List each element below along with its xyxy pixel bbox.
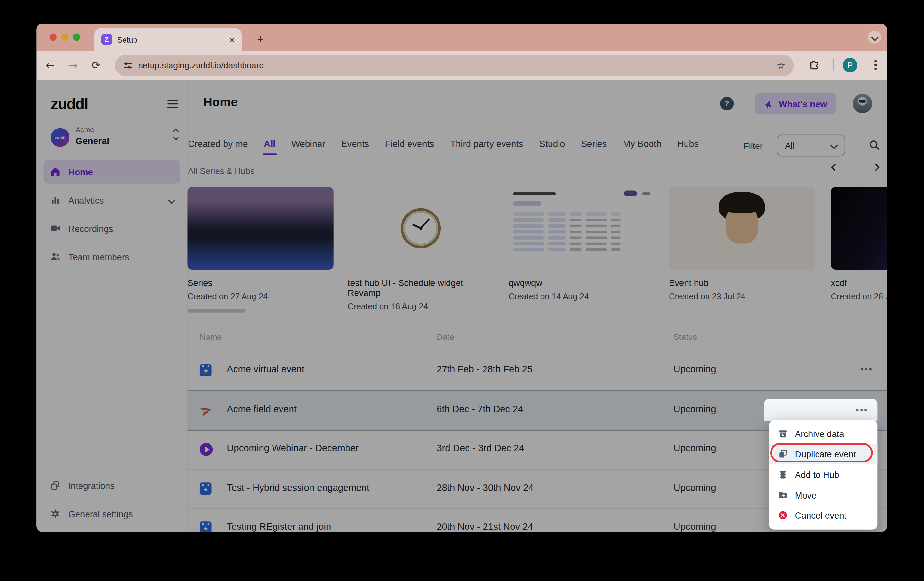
row-context-menu: Archive data Duplicate event Add to Hub … [769, 420, 877, 530]
hub-stack-icon [777, 469, 788, 480]
screenshot-dim-overlay [37, 79, 887, 532]
menu-item-label: Add to Hub [795, 470, 839, 480]
url-text: setup.staging.zuddl.io/dashboard [139, 61, 776, 70]
site-settings-icon[interactable] [123, 61, 132, 70]
screen: Z Setup × + ← → ⟳ setup.sta [0, 0, 924, 581]
move-folder-icon [777, 490, 788, 500]
browser-toolbar: ← → ⟳ setup.staging.zuddl.io/dashboard ☆ [37, 51, 887, 80]
minimize-window-button[interactable] [61, 33, 68, 41]
address-bar[interactable]: setup.staging.zuddl.io/dashboard ☆ [115, 55, 794, 76]
browser-window: Z Setup × + ← → ⟳ setup.sta [37, 23, 887, 532]
archive-icon [777, 428, 788, 439]
close-window-button[interactable] [50, 33, 57, 41]
menu-item-cancel-event[interactable]: Cancel event [769, 505, 877, 526]
annotation-highlight-oval [770, 443, 873, 462]
menu-item-add-to-hub[interactable]: Add to Hub [769, 464, 877, 485]
browser-menu-icon[interactable] [871, 58, 880, 71]
traffic-lights [50, 33, 80, 41]
reload-button[interactable]: ⟳ [87, 51, 105, 80]
chevron-down-icon [871, 33, 878, 41]
zoom-window-button[interactable] [73, 33, 80, 41]
cancel-icon [777, 510, 788, 521]
browser-tab[interactable]: Z Setup × [94, 28, 242, 51]
tab-close-icon[interactable]: × [229, 35, 234, 45]
toolbar-divider [833, 58, 834, 71]
browser-tabstrip: Z Setup × + [37, 23, 887, 51]
tab-favicon: Z [101, 34, 112, 45]
back-button[interactable]: ← [41, 51, 59, 80]
menu-item-archive-data[interactable]: Archive data [769, 424, 877, 444]
row-actions-spotlight [764, 399, 878, 421]
tab-title: Setup [117, 35, 229, 44]
bookmark-star-icon[interactable]: ☆ [777, 60, 785, 71]
browser-profile-avatar[interactable]: P [843, 58, 857, 73]
new-tab-button[interactable]: + [252, 30, 269, 48]
menu-item-label: Cancel event [795, 510, 846, 520]
menu-item-label: Move [795, 490, 817, 500]
tab-search-button[interactable] [868, 31, 881, 43]
menu-item-move[interactable]: Move [769, 485, 877, 505]
extensions-icon[interactable] [808, 59, 820, 71]
forward-button[interactable]: → [64, 51, 82, 80]
menu-item-label: Archive data [795, 429, 844, 439]
more-options-button[interactable] [856, 409, 867, 411]
